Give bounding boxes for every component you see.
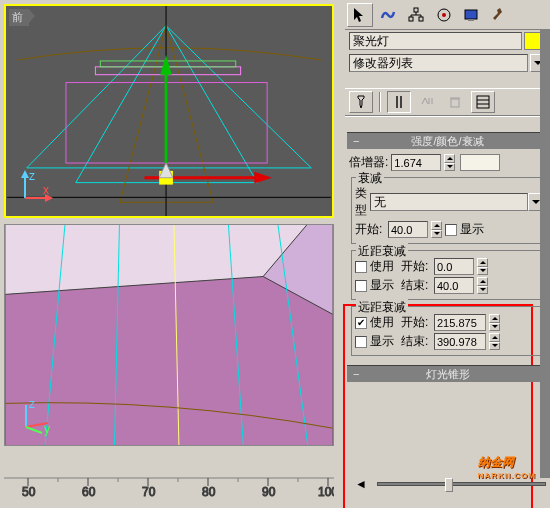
svg-rect-2 xyxy=(100,61,235,67)
object-name-input[interactable] xyxy=(349,32,522,50)
decay-show-checkbox[interactable] xyxy=(445,224,457,236)
far-end-label: 结束: xyxy=(401,333,431,350)
spotlight-rollout: 灯光锥形 xyxy=(347,365,548,382)
svg-line-31 xyxy=(26,427,42,433)
near-end-input[interactable] xyxy=(434,277,474,294)
near-start-label: 开始: xyxy=(401,258,431,275)
far-start-input[interactable] xyxy=(434,314,486,331)
select-tool-icon[interactable] xyxy=(347,3,373,27)
decay-group: 衰减 类型 开始: 显示 xyxy=(351,177,544,244)
svg-marker-10 xyxy=(159,163,173,178)
svg-rect-53 xyxy=(419,17,423,21)
viewport-persp-scene xyxy=(5,225,333,445)
svg-line-25 xyxy=(174,225,179,445)
slider-track[interactable] xyxy=(377,482,546,486)
far-end-input[interactable] xyxy=(434,333,486,350)
viewport-perspective[interactable]: 视图 zy xyxy=(4,224,334,446)
far-start-spinner[interactable] xyxy=(489,314,500,331)
svg-text:80: 80 xyxy=(202,485,216,498)
svg-marker-8 xyxy=(254,172,272,184)
decay-show-label: 显示 xyxy=(460,221,484,238)
spotlight-rollout-header[interactable]: 灯光锥形 xyxy=(347,365,548,382)
decay-start-spinner[interactable] xyxy=(431,221,442,238)
svg-text:x: x xyxy=(43,183,49,197)
axis-indicator-persp: zy xyxy=(20,399,54,433)
configure-sets-icon[interactable] xyxy=(471,91,495,113)
svg-text:70: 70 xyxy=(142,485,156,498)
viewport-front[interactable]: 前 zx xyxy=(4,4,334,218)
decay-start-input[interactable] xyxy=(388,221,428,238)
far-use-checkbox[interactable]: ✔ xyxy=(355,317,367,329)
svg-text:z: z xyxy=(29,169,35,183)
axis-indicator-front: zx xyxy=(21,170,55,204)
near-atten-group: 近距衰减 使用 开始: 显示 结束: xyxy=(351,250,544,300)
panel-scrollbar[interactable] xyxy=(540,30,550,478)
svg-rect-51 xyxy=(414,8,418,12)
svg-rect-0 xyxy=(66,83,267,163)
svg-rect-60 xyxy=(451,99,459,107)
svg-rect-1 xyxy=(95,67,240,75)
svg-rect-9 xyxy=(159,171,173,185)
modifier-list-row xyxy=(345,52,550,74)
decay-start-label: 开始: xyxy=(355,221,385,238)
svg-rect-57 xyxy=(468,19,474,21)
near-end-spinner[interactable] xyxy=(477,277,488,294)
near-show-label: 显示 xyxy=(370,277,398,294)
near-use-label: 使用 xyxy=(370,258,398,275)
hierarchy-tab-icon[interactable] xyxy=(403,3,429,27)
near-start-spinner[interactable] xyxy=(477,258,488,275)
svg-line-22 xyxy=(263,225,307,277)
svg-line-21 xyxy=(263,277,332,315)
near-use-checkbox[interactable] xyxy=(355,261,367,273)
svg-rect-52 xyxy=(409,17,413,21)
svg-marker-17 xyxy=(5,277,332,445)
remove-modifier-icon[interactable] xyxy=(443,91,467,113)
rollout-scroll-area[interactable]: 强度/颜色/衰减 倍增器: 衰减 类型 xyxy=(345,132,550,382)
svg-marker-15 xyxy=(45,194,53,202)
modify-tab-icon[interactable] xyxy=(375,3,401,27)
svg-text:z: z xyxy=(29,397,35,411)
svg-line-26 xyxy=(228,225,243,445)
multiplier-input[interactable] xyxy=(391,154,441,171)
show-end-result-icon[interactable] xyxy=(387,91,411,113)
svg-rect-59 xyxy=(400,96,402,108)
bottom-slider: ◄ xyxy=(345,470,550,498)
motion-tab-icon[interactable] xyxy=(431,3,457,27)
svg-line-20 xyxy=(5,277,263,295)
intensity-rollout: 强度/颜色/衰减 倍增器: 衰减 类型 xyxy=(347,132,548,361)
modifier-list-combo[interactable] xyxy=(349,54,528,72)
near-show-checkbox[interactable] xyxy=(355,280,367,292)
svg-marker-12 xyxy=(21,170,29,178)
slider-prev-icon[interactable]: ◄ xyxy=(349,473,373,495)
far-show-checkbox[interactable] xyxy=(355,336,367,348)
far-end-spinner[interactable] xyxy=(489,333,500,350)
time-ruler[interactable]: 50 60 70 80 90 100 xyxy=(4,476,334,498)
multiplier-spinner[interactable] xyxy=(444,154,455,171)
far-use-label: 使用 xyxy=(370,314,398,331)
viewport-front-label: 前 xyxy=(9,9,29,26)
slider-thumb[interactable] xyxy=(445,478,453,492)
make-unique-icon[interactable] xyxy=(415,91,439,113)
svg-marker-6 xyxy=(160,55,172,75)
display-tab-icon[interactable] xyxy=(459,3,485,27)
near-start-input[interactable] xyxy=(434,258,474,275)
svg-line-30 xyxy=(26,423,48,427)
pin-stack-icon[interactable] xyxy=(349,91,373,113)
svg-rect-62 xyxy=(477,96,489,108)
decay-type-label: 类型 xyxy=(355,185,367,219)
utilities-tab-icon[interactable] xyxy=(487,3,513,27)
decay-type-combo[interactable] xyxy=(370,193,528,211)
far-start-label: 开始: xyxy=(401,314,431,331)
svg-line-24 xyxy=(114,225,119,445)
viewport-persp-label: 视图 xyxy=(8,228,39,245)
svg-rect-58 xyxy=(396,96,398,108)
viewport-front-scene xyxy=(6,6,332,216)
far-atten-group: 远距衰减 ✔ 使用 开始: 显示 结束: xyxy=(351,306,544,356)
svg-marker-19 xyxy=(5,225,306,294)
intensity-rollout-header[interactable]: 强度/颜色/衰减 xyxy=(347,132,548,149)
svg-point-55 xyxy=(442,13,446,17)
object-name-row xyxy=(345,30,550,52)
light-color-swatch[interactable] xyxy=(460,154,500,171)
svg-text:y: y xyxy=(44,422,50,436)
near-end-label: 结束: xyxy=(401,277,431,294)
